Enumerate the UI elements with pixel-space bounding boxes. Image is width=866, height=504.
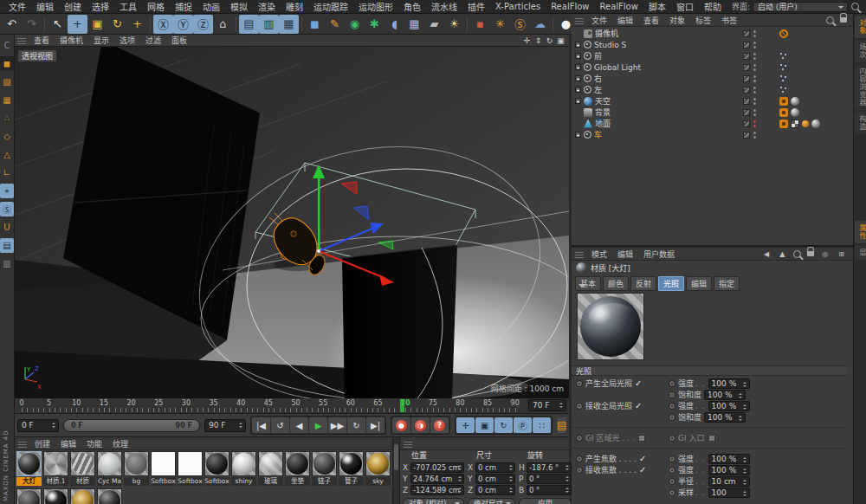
- key-point-level-button[interactable]: ∷: [533, 417, 551, 433]
- material-thumbnail[interactable]: [70, 451, 95, 476]
- checkbox-checked[interactable]: ✓: [639, 454, 646, 463]
- ruler-tick-label[interactable]: 35: [209, 399, 217, 407]
- toggle-view-icon[interactable]: ▣: [555, 36, 566, 46]
- material-name[interactable]: Softbox: [204, 477, 229, 486]
- object-manager-menu-item[interactable]: 标签: [690, 15, 716, 26]
- material-thumbnail[interactable]: [70, 488, 95, 504]
- start-frame-field[interactable]: 0 F: [17, 419, 59, 432]
- viewport-menu-item[interactable]: 查看: [29, 35, 55, 46]
- animation-dot-icon[interactable]: [576, 456, 583, 462]
- play-forward-button[interactable]: ▶: [309, 417, 327, 433]
- target-expression-tag-icon[interactable]: [779, 86, 788, 94]
- checker-tag-icon[interactable]: [791, 120, 799, 128]
- panel-grip-icon[interactable]: [404, 440, 412, 448]
- ruler-tick-label[interactable]: 50: [291, 399, 300, 407]
- material-name[interactable]: 材质: [70, 477, 95, 486]
- model-mode-button[interactable]: ◼: [0, 56, 14, 71]
- stepper-arrows[interactable]: [51, 421, 57, 430]
- material-menu-item[interactable]: 纹理: [107, 438, 133, 449]
- coord-field[interactable]: 0 cm: [475, 485, 515, 495]
- redo-button[interactable]: ↷: [22, 15, 42, 34]
- material-item[interactable]: Cyc Ma: [97, 451, 122, 486]
- menubar-item[interactable]: 模拟: [225, 0, 253, 13]
- ruler-tick-label[interactable]: 70: [401, 399, 410, 407]
- menubar-item[interactable]: 网格: [142, 0, 170, 13]
- stepper-arrows[interactable]: [742, 380, 748, 389]
- object-row[interactable]: 背景: [572, 107, 853, 118]
- value-field[interactable]: 100 %: [704, 412, 746, 423]
- object-row[interactable]: 摄像机: [572, 28, 853, 39]
- add-cube-button[interactable]: ◼: [305, 15, 325, 34]
- goto-end-button[interactable]: ▶|: [366, 417, 385, 433]
- object-label[interactable]: 车: [594, 129, 602, 140]
- stepper-arrows[interactable]: [565, 475, 571, 483]
- section-header[interactable]: 光照: [572, 365, 847, 376]
- lock-icon[interactable]: [840, 17, 847, 23]
- coord-field[interactable]: 0 cm: [475, 474, 515, 484]
- material-preview[interactable]: [577, 293, 644, 360]
- visibility-dots[interactable]: [753, 120, 756, 128]
- value-field[interactable]: 100 %: [708, 454, 750, 464]
- visibility-dots[interactable]: [753, 86, 756, 94]
- add-generator-button[interactable]: ✱: [365, 15, 385, 34]
- side-tab-内容浏览器[interactable]: 内容浏览器: [855, 64, 866, 110]
- checkbox-unchecked[interactable]: [708, 435, 715, 442]
- object-label[interactable]: 天空: [595, 95, 611, 107]
- stepper-arrows[interactable]: [457, 475, 463, 483]
- material-item[interactable]: Softbox: [178, 451, 203, 486]
- side-tab-场次[interactable]: 场次: [855, 40, 866, 62]
- material-thumbnail[interactable]: [178, 451, 203, 476]
- material-item[interactable]: 坐垫: [285, 451, 310, 486]
- object-row[interactable]: 左: [572, 84, 853, 95]
- material-item[interactable]: 玻璃: [258, 451, 283, 486]
- attribute-menu-item[interactable]: 编辑: [612, 249, 638, 260]
- compositing-tag-icon[interactable]: [779, 108, 788, 117]
- material-name[interactable]: 坐垫: [285, 477, 310, 486]
- menubar-item[interactable]: 编辑: [31, 0, 59, 13]
- ruler-tick-label[interactable]: 90: [511, 399, 520, 407]
- ruler-tick-label[interactable]: 5: [47, 399, 51, 407]
- menubar-item[interactable]: 渲染: [253, 0, 281, 13]
- make-editable-button[interactable]: C: [0, 38, 14, 53]
- material-item[interactable]: [43, 488, 68, 504]
- menubar-item[interactable]: X-Particles: [490, 2, 546, 11]
- viewport-menu-item[interactable]: 选项: [114, 35, 140, 46]
- goto-start-button[interactable]: |◀: [252, 417, 270, 433]
- stepper-arrows[interactable]: [565, 463, 571, 472]
- material-thumbnail[interactable]: [258, 451, 283, 476]
- object-manager-menu-item[interactable]: 编辑: [612, 15, 638, 26]
- target-expression-tag-icon[interactable]: [779, 74, 788, 83]
- ruler-tick-label[interactable]: 0: [19, 399, 23, 407]
- layer-swatch[interactable]: [743, 98, 750, 105]
- points-mode-button[interactable]: ∴: [0, 111, 14, 126]
- coord-mode-dropdown[interactable]: 对象 (相对): [403, 498, 464, 504]
- autokeying-button[interactable]: ◑: [411, 417, 430, 433]
- coord-field[interactable]: 0 °: [527, 485, 572, 495]
- layer-swatch[interactable]: [743, 109, 750, 116]
- visibility-dots[interactable]: [753, 52, 756, 61]
- add-floor-button[interactable]: ▦: [404, 15, 424, 34]
- coord-field[interactable]: 0 °: [527, 474, 572, 484]
- magnet-snap-button[interactable]: U: [0, 220, 14, 235]
- menubar-item[interactable]: 运动图形: [353, 0, 398, 13]
- material-thumbnail[interactable]: [231, 451, 256, 476]
- material-name[interactable]: shiny: [231, 477, 256, 486]
- camera-protect-tag-icon[interactable]: [779, 29, 788, 38]
- material-item[interactable]: [97, 488, 122, 504]
- stepper-arrows[interactable]: [738, 391, 744, 400]
- live-selection-button[interactable]: ↖: [48, 15, 68, 34]
- render-settings-button[interactable]: ▦: [279, 15, 299, 34]
- material-item[interactable]: 材质.1: [43, 451, 68, 486]
- animation-dot-icon[interactable]: [576, 435, 583, 442]
- add-light-button[interactable]: ☀: [444, 15, 464, 34]
- attribute-menu-item[interactable]: 用户数据: [638, 249, 680, 260]
- target-icon[interactable]: ◎: [817, 250, 833, 258]
- material-thumbnail[interactable]: [312, 451, 337, 476]
- object-label[interactable]: 摄像机: [595, 28, 618, 39]
- material-name[interactable]: 材质.1: [43, 477, 68, 486]
- checkbox-checked[interactable]: ✓: [639, 465, 646, 475]
- checkbox-checked[interactable]: ✓: [635, 401, 642, 410]
- value-field[interactable]: 100: [708, 488, 750, 498]
- play-reverse-button[interactable]: ↺: [271, 417, 289, 433]
- value-field[interactable]: 100 %: [704, 390, 746, 400]
